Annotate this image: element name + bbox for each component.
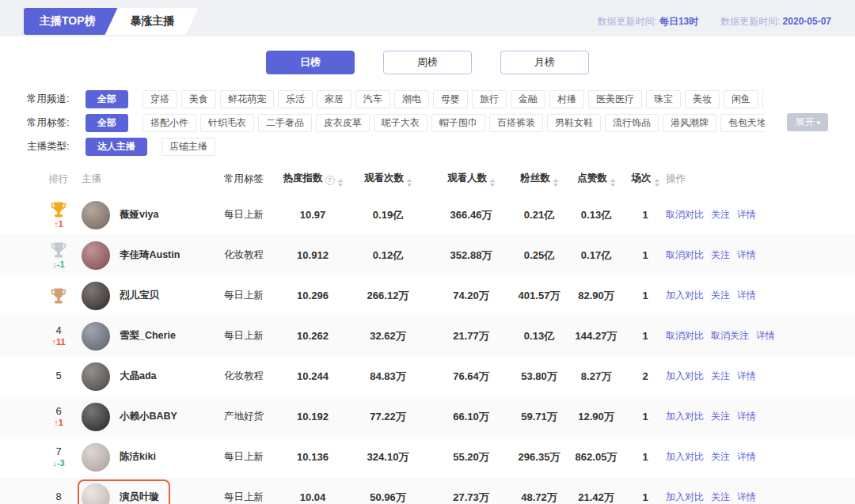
follow-link[interactable]: 关注 (711, 451, 730, 462)
follow-link[interactable]: 关注 (711, 370, 730, 381)
tag-cell: 化妆教程 (224, 369, 281, 383)
filter-option[interactable]: 医美医疗 (588, 90, 642, 108)
likes-count-value: 21.42万 (568, 491, 625, 504)
heat-index-value: 10.262 (281, 330, 344, 342)
filter-option[interactable]: 包包天地 (720, 114, 765, 132)
filter-option[interactable]: 旅行 (472, 90, 507, 108)
filter-option[interactable]: 呢子大衣 (374, 114, 428, 132)
filter-option[interactable]: 男士 (762, 90, 765, 108)
filter-option[interactable]: 家居 (317, 90, 352, 108)
compare-link[interactable]: 取消对比 (666, 330, 704, 341)
filter-option-selected[interactable]: 达人主播 (86, 138, 147, 156)
avatar[interactable] (82, 403, 110, 431)
table-row: ↑1 薇娅viya 每日上新 10.97 0.19亿 366.46万 0.21亿… (0, 195, 855, 235)
anchor-name[interactable]: 雪梨_Cherie (120, 329, 176, 343)
sort-icon[interactable] (553, 179, 558, 187)
avatar[interactable] (82, 282, 110, 310)
filter-option[interactable]: 鲜花萌宠 (220, 90, 274, 108)
filter-option[interactable]: 汽车 (355, 90, 390, 108)
sort-icon[interactable] (407, 179, 412, 187)
follow-link[interactable]: 关注 (711, 249, 730, 260)
filter-option[interactable]: 美妆 (685, 90, 720, 108)
filter-option[interactable]: 皮衣皮草 (316, 114, 370, 132)
filter-option[interactable]: 村播 (549, 90, 584, 108)
filter-option[interactable]: 男鞋女鞋 (547, 114, 601, 132)
filter-option-selected[interactable]: 全部 (86, 90, 128, 108)
avatar[interactable] (82, 483, 110, 504)
avatar[interactable] (82, 362, 110, 391)
detail-link[interactable]: 详情 (737, 411, 756, 422)
follow-link[interactable]: 取消关注 (711, 330, 749, 341)
filter-option[interactable]: 闲鱼 (724, 90, 758, 108)
compare-link[interactable]: 加入对比 (666, 451, 704, 462)
follow-link[interactable]: 关注 (711, 491, 730, 502)
detail-link[interactable]: 详情 (737, 249, 756, 260)
filter-option[interactable]: 穿搭 (142, 90, 177, 108)
follow-link[interactable]: 关注 (711, 209, 730, 220)
compare-link[interactable]: 加入对比 (666, 370, 704, 381)
tab-weekly-rank[interactable]: 周榜 (383, 51, 472, 74)
viewer-count-value: 21.77万 (431, 329, 511, 343)
compare-link[interactable]: 加入对比 (666, 290, 704, 301)
viewer-count-value: 366.46万 (431, 208, 511, 222)
filter-option[interactable]: 金融 (511, 90, 545, 108)
actions-cell: 加入对比关注详情 (666, 491, 831, 504)
detail-link[interactable]: 详情 (737, 209, 756, 220)
detail-link[interactable]: 详情 (737, 290, 756, 301)
tab-monthly-rank[interactable]: 月榜 (500, 51, 589, 74)
compare-link[interactable]: 加入对比 (666, 411, 704, 422)
compare-link[interactable]: 加入对比 (666, 491, 704, 502)
sort-icon[interactable] (490, 179, 495, 187)
anchor-cell: 陈洁kiki (82, 443, 224, 472)
filter-option[interactable]: 流行饰品 (605, 114, 659, 132)
compare-link[interactable]: 取消对比 (666, 209, 704, 220)
compare-link[interactable]: 取消对比 (666, 249, 704, 260)
filter-option[interactable]: 二手奢品 (258, 114, 312, 132)
tag-cell: 每日上新 (224, 329, 281, 343)
anchor-highlight-box: 演员叶璇 (78, 479, 170, 504)
sort-icon[interactable] (655, 179, 659, 187)
anchor-name[interactable]: 陈洁kiki (120, 450, 156, 464)
filter-option[interactable]: 搭配小件 (142, 114, 196, 132)
sessions-value: 1 (625, 209, 666, 221)
filter-option[interactable]: 美食 (181, 90, 216, 108)
help-icon[interactable]: ? (325, 176, 335, 185)
anchor-name[interactable]: 大晶ada (120, 369, 157, 383)
filter-option[interactable]: 母婴 (433, 90, 468, 108)
expand-button[interactable]: 展开▾ (787, 113, 828, 131)
filter-option-selected[interactable]: 全部 (86, 114, 128, 132)
anchor-name[interactable]: 薇娅viya (120, 208, 158, 222)
column-header-views: 观看次数 (364, 172, 404, 184)
avatar[interactable] (82, 201, 110, 229)
likes-count-value: 0.17亿 (568, 248, 625, 263)
avatar[interactable] (82, 241, 110, 270)
avatar[interactable] (82, 322, 110, 351)
filter-option[interactable]: 店铺主播 (162, 138, 215, 156)
filter-option[interactable]: 珠宝 (646, 90, 681, 108)
follow-link[interactable]: 关注 (711, 411, 730, 422)
detail-link[interactable]: 详情 (737, 370, 756, 381)
tab-anchor-top[interactable]: 主播TOP榜 (24, 8, 118, 35)
sort-icon[interactable] (338, 179, 343, 187)
detail-link[interactable]: 详情 (737, 491, 756, 502)
detail-link[interactable]: 详情 (737, 451, 756, 462)
avatar[interactable] (82, 443, 110, 472)
filter-option[interactable]: 乐活 (278, 90, 313, 108)
sort-icon[interactable] (610, 179, 615, 187)
anchor-name[interactable]: 烈儿宝贝 (120, 289, 159, 302)
filter-option[interactable]: 帽子围巾 (431, 114, 485, 132)
detail-link[interactable]: 详情 (756, 330, 775, 341)
anchor-name[interactable]: 小赖小BABY (120, 410, 177, 423)
tab-daily-rank[interactable]: 日榜 (266, 51, 355, 74)
tab-surging-anchors[interactable]: 暴涨主播 (104, 8, 199, 35)
follow-link[interactable]: 关注 (711, 290, 730, 301)
filter-option[interactable]: 针织毛衣 (200, 114, 254, 132)
anchor-name[interactable]: 演员叶璇 (120, 491, 159, 504)
anchor-name[interactable]: 李佳琦Austin (120, 248, 180, 262)
tag-cell: 化妆教程 (224, 248, 281, 262)
anchor-cell: 大晶ada (82, 362, 224, 391)
filter-option[interactable]: 百搭裤装 (489, 114, 543, 132)
filter-option[interactable]: 港风潮牌 (663, 114, 716, 132)
sessions-value: 1 (625, 290, 666, 301)
filter-option[interactable]: 潮电 (394, 90, 429, 108)
